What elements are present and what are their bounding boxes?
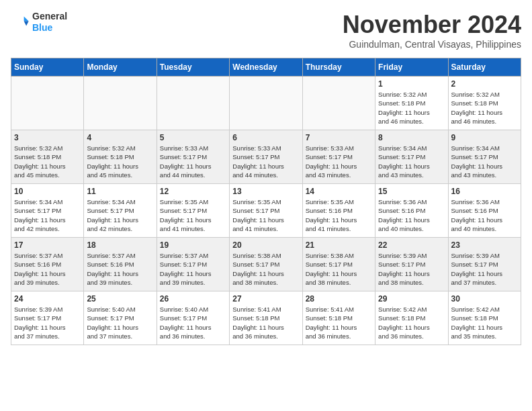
- col-header-monday: Monday: [84, 58, 157, 77]
- day-info: Sunrise: 5:35 AM Sunset: 5:16 PM Dayligh…: [306, 197, 372, 233]
- week-row-5: 24Sunrise: 5:39 AM Sunset: 5:17 PM Dayli…: [11, 291, 521, 345]
- calendar-cell: [11, 77, 84, 130]
- day-info: Sunrise: 5:39 AM Sunset: 5:17 PM Dayligh…: [14, 305, 81, 340]
- location-subtitle: Guindulman, Central Visayas, Philippines: [343, 39, 521, 50]
- day-info: Sunrise: 5:33 AM Sunset: 5:17 PM Dayligh…: [232, 144, 299, 179]
- day-info: Sunrise: 5:34 AM Sunset: 5:17 PM Dayligh…: [87, 197, 153, 233]
- day-number: 28: [306, 294, 372, 304]
- day-number: 12: [160, 187, 226, 196]
- calendar-cell: 10Sunrise: 5:34 AM Sunset: 5:17 PM Dayli…: [11, 184, 84, 238]
- col-header-tuesday: Tuesday: [157, 58, 229, 77]
- calendar-cell: [230, 77, 302, 130]
- day-info: Sunrise: 5:34 AM Sunset: 5:17 PM Dayligh…: [378, 144, 445, 179]
- calendar-cell: 1Sunrise: 5:32 AM Sunset: 5:18 PM Daylig…: [375, 77, 448, 130]
- day-number: 27: [232, 294, 299, 304]
- day-info: Sunrise: 5:39 AM Sunset: 5:17 PM Dayligh…: [451, 251, 518, 287]
- day-info: Sunrise: 5:37 AM Sunset: 5:17 PM Dayligh…: [160, 251, 226, 287]
- day-info: Sunrise: 5:32 AM Sunset: 5:18 PM Dayligh…: [87, 144, 153, 179]
- calendar-cell: 22Sunrise: 5:39 AM Sunset: 5:17 PM Dayli…: [375, 238, 448, 291]
- calendar-cell: 15Sunrise: 5:36 AM Sunset: 5:16 PM Dayli…: [375, 184, 448, 238]
- week-row-1: 1Sunrise: 5:32 AM Sunset: 5:18 PM Daylig…: [11, 77, 521, 130]
- day-number: 14: [306, 187, 372, 196]
- day-info: Sunrise: 5:42 AM Sunset: 5:18 PM Dayligh…: [378, 305, 445, 340]
- day-number: 29: [378, 294, 445, 304]
- day-number: 13: [232, 187, 299, 196]
- day-number: 6: [232, 133, 299, 142]
- day-number: 17: [14, 240, 81, 250]
- calendar-cell: [157, 77, 229, 130]
- calendar-cell: 26Sunrise: 5:40 AM Sunset: 5:17 PM Dayli…: [157, 291, 229, 345]
- day-info: Sunrise: 5:36 AM Sunset: 5:16 PM Dayligh…: [451, 197, 518, 233]
- calendar-cell: 25Sunrise: 5:40 AM Sunset: 5:17 PM Dayli…: [84, 291, 157, 345]
- day-number: 3: [14, 133, 81, 142]
- logo-blue: Blue: [32, 22, 67, 34]
- calendar-cell: 20Sunrise: 5:38 AM Sunset: 5:17 PM Dayli…: [230, 238, 302, 291]
- calendar-cell: 27Sunrise: 5:41 AM Sunset: 5:18 PM Dayli…: [230, 291, 302, 345]
- calendar-cell: 14Sunrise: 5:35 AM Sunset: 5:16 PM Dayli…: [302, 184, 375, 238]
- day-number: 9: [451, 133, 518, 142]
- calendar-cell: 30Sunrise: 5:42 AM Sunset: 5:18 PM Dayli…: [448, 291, 521, 345]
- day-number: 8: [378, 133, 445, 142]
- day-info: Sunrise: 5:36 AM Sunset: 5:16 PM Dayligh…: [378, 197, 445, 233]
- day-number: 30: [451, 294, 518, 304]
- day-info: Sunrise: 5:40 AM Sunset: 5:17 PM Dayligh…: [87, 305, 153, 340]
- calendar-cell: 16Sunrise: 5:36 AM Sunset: 5:16 PM Dayli…: [448, 184, 521, 238]
- calendar-cell: 19Sunrise: 5:37 AM Sunset: 5:17 PM Dayli…: [157, 238, 229, 291]
- calendar-cell: 3Sunrise: 5:32 AM Sunset: 5:18 PM Daylig…: [11, 130, 84, 184]
- calendar-cell: 13Sunrise: 5:35 AM Sunset: 5:17 PM Dayli…: [230, 184, 302, 238]
- day-number: 10: [14, 187, 81, 196]
- calendar-cell: 28Sunrise: 5:41 AM Sunset: 5:18 PM Dayli…: [302, 291, 375, 345]
- day-info: Sunrise: 5:41 AM Sunset: 5:18 PM Dayligh…: [306, 305, 372, 340]
- logo: General Blue: [11, 11, 67, 34]
- day-number: 25: [87, 294, 153, 304]
- col-header-wednesday: Wednesday: [230, 58, 302, 77]
- day-number: 15: [378, 187, 445, 196]
- day-number: 4: [87, 133, 153, 142]
- day-number: 24: [14, 294, 81, 304]
- week-row-2: 3Sunrise: 5:32 AM Sunset: 5:18 PM Daylig…: [11, 130, 521, 184]
- day-info: Sunrise: 5:38 AM Sunset: 5:17 PM Dayligh…: [232, 251, 299, 287]
- calendar-cell: 23Sunrise: 5:39 AM Sunset: 5:17 PM Dayli…: [448, 238, 521, 291]
- day-info: Sunrise: 5:35 AM Sunset: 5:17 PM Dayligh…: [160, 197, 226, 233]
- day-number: 1: [378, 79, 445, 89]
- calendar-cell: 24Sunrise: 5:39 AM Sunset: 5:17 PM Dayli…: [11, 291, 84, 345]
- calendar-cell: 4Sunrise: 5:32 AM Sunset: 5:18 PM Daylig…: [84, 130, 157, 184]
- week-row-4: 17Sunrise: 5:37 AM Sunset: 5:16 PM Dayli…: [11, 238, 521, 291]
- day-info: Sunrise: 5:42 AM Sunset: 5:18 PM Dayligh…: [451, 305, 518, 340]
- svg-marker-1: [24, 21, 29, 26]
- col-header-saturday: Saturday: [448, 58, 521, 77]
- day-info: Sunrise: 5:32 AM Sunset: 5:18 PM Dayligh…: [451, 90, 518, 126]
- header-row: SundayMondayTuesdayWednesdayThursdayFrid…: [11, 58, 521, 77]
- calendar-cell: 17Sunrise: 5:37 AM Sunset: 5:16 PM Dayli…: [11, 238, 84, 291]
- day-info: Sunrise: 5:32 AM Sunset: 5:18 PM Dayligh…: [378, 90, 445, 126]
- calendar-cell: 6Sunrise: 5:33 AM Sunset: 5:17 PM Daylig…: [230, 130, 302, 184]
- day-info: Sunrise: 5:41 AM Sunset: 5:18 PM Dayligh…: [232, 305, 299, 340]
- day-info: Sunrise: 5:33 AM Sunset: 5:17 PM Dayligh…: [306, 144, 372, 179]
- day-info: Sunrise: 5:37 AM Sunset: 5:16 PM Dayligh…: [14, 251, 81, 287]
- calendar-cell: 18Sunrise: 5:37 AM Sunset: 5:16 PM Dayli…: [84, 238, 157, 291]
- week-row-3: 10Sunrise: 5:34 AM Sunset: 5:17 PM Dayli…: [11, 184, 521, 238]
- calendar-cell: 8Sunrise: 5:34 AM Sunset: 5:17 PM Daylig…: [375, 130, 448, 184]
- calendar-cell: 21Sunrise: 5:38 AM Sunset: 5:17 PM Dayli…: [302, 238, 375, 291]
- day-number: 16: [451, 187, 518, 196]
- calendar-cell: 5Sunrise: 5:33 AM Sunset: 5:17 PM Daylig…: [157, 130, 229, 184]
- day-info: Sunrise: 5:38 AM Sunset: 5:17 PM Dayligh…: [306, 251, 372, 287]
- day-info: Sunrise: 5:37 AM Sunset: 5:16 PM Dayligh…: [87, 251, 153, 287]
- calendar-cell: [302, 77, 375, 130]
- col-header-friday: Friday: [375, 58, 448, 77]
- day-number: 19: [160, 240, 226, 250]
- day-number: 2: [451, 79, 518, 89]
- day-info: Sunrise: 5:40 AM Sunset: 5:17 PM Dayligh…: [160, 305, 226, 340]
- calendar-table: SundayMondayTuesdayWednesdayThursdayFrid…: [11, 58, 521, 345]
- day-info: Sunrise: 5:34 AM Sunset: 5:17 PM Dayligh…: [14, 197, 81, 233]
- logo-icon: [11, 13, 30, 32]
- col-header-thursday: Thursday: [302, 58, 375, 77]
- calendar-cell: 12Sunrise: 5:35 AM Sunset: 5:17 PM Dayli…: [157, 184, 229, 238]
- calendar-header: SundayMondayTuesdayWednesdayThursdayFrid…: [11, 58, 521, 77]
- day-info: Sunrise: 5:39 AM Sunset: 5:17 PM Dayligh…: [378, 251, 445, 287]
- day-number: 18: [87, 240, 153, 250]
- logo-text: General Blue: [32, 11, 67, 34]
- calendar-cell: 11Sunrise: 5:34 AM Sunset: 5:17 PM Dayli…: [84, 184, 157, 238]
- day-info: Sunrise: 5:35 AM Sunset: 5:17 PM Dayligh…: [232, 197, 299, 233]
- day-number: 26: [160, 294, 226, 304]
